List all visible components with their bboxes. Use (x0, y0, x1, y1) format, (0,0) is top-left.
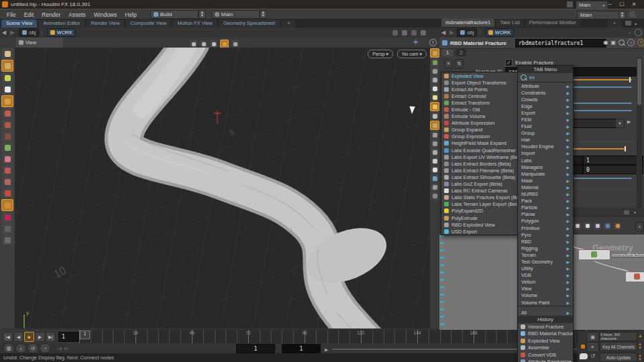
node-partial[interactable] (625, 272, 644, 282)
desktop-grid-icon[interactable] (567, 1, 573, 7)
stop-button[interactable]: ■ (24, 332, 34, 342)
search-icon[interactable] (619, 40, 625, 46)
audio-icon[interactable]: ♪ (15, 343, 26, 353)
history-item-convert-vdb[interactable]: Convert VDB (518, 351, 573, 359)
pane-tab-performance-monitor[interactable]: Performance Monitor (525, 19, 580, 27)
vec1-cell-2[interactable]: 1 (583, 156, 643, 165)
tab-render-view[interactable]: Render View (87, 19, 125, 27)
node-voronoifracture[interactable] (578, 249, 610, 260)
lock-handle-icon[interactable] (431, 67, 439, 75)
build-spinner[interactable]: ▲▼ (199, 10, 206, 19)
tool-menu-item-polyexpand2d[interactable]: PolyExpand2D (441, 208, 521, 215)
misc-view-icon[interactable] (431, 183, 439, 191)
param-updown-button[interactable]: ⇅ (455, 59, 464, 68)
loop-icon[interactable]: ↺ (28, 343, 38, 353)
tab-category-export[interactable]: Export▶ (518, 109, 573, 116)
point-icon[interactable] (431, 112, 439, 120)
path-root-chip[interactable]: obj (19, 28, 39, 37)
tab-category-rbd[interactable]: RBD▶ (518, 238, 573, 245)
go-start-button[interactable]: |◀ (3, 332, 13, 342)
pane-max-icon[interactable] (625, 21, 631, 25)
mask-icon[interactable] (430, 121, 439, 130)
flipbook-icon[interactable]: ▥ (3, 343, 14, 353)
auto-update-select[interactable]: Auto-Update (600, 353, 637, 362)
history-item-attribute-randomize[interactable]: Attribute Randomize (518, 359, 573, 362)
param-nav-back-icon[interactable]: ◀ (439, 29, 447, 36)
net-add-icon[interactable]: + (635, 222, 644, 231)
tool-menu-item-group-expand[interactable]: Group Expand (441, 127, 521, 133)
add-pane-tab-button[interactable]: + (607, 19, 622, 27)
tool-menu-item-extrude-volume[interactable]: Extrude Volume (441, 113, 521, 120)
pane-menu-icon[interactable]: ▾ (635, 21, 637, 26)
pen-icon[interactable] (431, 166, 439, 174)
tab-category-manipulate[interactable]: Manipulate▶ (518, 170, 573, 177)
tool-menu-item-labs-export-uv-wireframe-beta-[interactable]: Labs Export UV Wireframe (Beta) (441, 154, 521, 160)
close-button[interactable]: ✕ (629, 1, 639, 7)
pointer-icon[interactable] (2, 84, 13, 95)
tab-scene-view[interactable]: Scene View (1, 19, 37, 27)
misc-icon[interactable] (2, 235, 13, 245)
help-icon[interactable]: ? (637, 39, 644, 46)
gizmo-icon[interactable]: ✛ (413, 39, 419, 46)
tool-menu-item-extrude-old[interactable]: Extrude - Old (441, 106, 521, 113)
rotate-tool-icon[interactable] (2, 72, 13, 83)
prev-frame-button[interactable]: ◀ (13, 332, 23, 342)
info-icon[interactable]: i (627, 39, 635, 46)
pane-layout-icon[interactable] (629, 11, 635, 17)
tab-category-view[interactable]: View▶ (518, 286, 573, 292)
tab-category-test-geometry[interactable]: Test Geometry▶ (518, 258, 573, 265)
message-bubble-icon[interactable] (580, 353, 588, 359)
corner-icon[interactable] (431, 192, 439, 200)
keyframe-dot-icon[interactable] (581, 345, 585, 349)
tab-menu-search[interactable]: ex (518, 73, 573, 82)
tool-menu-item-exploded-view[interactable]: Exploded View (441, 72, 521, 79)
menu-file[interactable]: File (3, 11, 20, 18)
tab-category-nurbs[interactable]: NURBS▶ (518, 191, 573, 198)
tab-category-labs[interactable]: Labs▶ (518, 157, 573, 164)
tab-category-polygon[interactable]: Polygon▶ (518, 218, 573, 225)
node-input-dot[interactable] (603, 248, 605, 250)
tool-menu-item-labs-terrain-layer-export-beta-[interactable]: Labs Terrain Layer Export (Beta) (441, 201, 521, 208)
tab-geometry-spreadsheet[interactable]: Geometry Spreadsheet (219, 19, 280, 27)
hair-icon[interactable] (2, 176, 13, 187)
wire-icon[interactable] (431, 131, 439, 139)
param-tab-1[interactable]: 1 (442, 49, 453, 56)
tab-category-import[interactable]: Import▶ (518, 150, 573, 157)
tab-category-attribute[interactable]: Attribute▶ (518, 82, 573, 89)
play-button[interactable]: ▶ (35, 332, 45, 342)
slider-handle-1[interactable] (629, 77, 631, 82)
net-max-icon[interactable] (624, 210, 629, 215)
grid-snap-icon[interactable] (431, 58, 439, 66)
pane-tab-take-list[interactable]: Take List (496, 19, 524, 27)
enable-fracture-checkbox[interactable]: ✓ (505, 59, 513, 66)
param-path-root[interactable]: obj (457, 28, 477, 37)
tab-category-fluid[interactable]: Fluid▶ (518, 123, 573, 130)
recook-icon[interactable]: ↺ (590, 353, 596, 359)
tool-menu-item-heightfield-mask-expand[interactable]: HeightField Mask Expand (441, 140, 521, 147)
pin-view-icon[interactable] (231, 40, 239, 48)
tool-menu-item-labs-extract-silhouette-beta-[interactable]: Labs Extract Silhouette (Beta) (441, 174, 521, 180)
tab-composite-view[interactable]: Composite View (125, 19, 171, 27)
tab-category-vdb[interactable]: VDB▶ (518, 272, 573, 279)
tab-category-crowds[interactable]: Crowds▶ (518, 96, 573, 103)
slider-handle-5[interactable] (625, 146, 626, 152)
tool-menu-item-labs-static-fracture-export-beta-[interactable]: Labs Static Fracture Export (Beta) (441, 194, 521, 201)
go-end-button[interactable]: ▶| (46, 332, 56, 342)
path-node-chip[interactable]: WORK (47, 28, 76, 37)
build-desktop-combo[interactable]: Build (150, 10, 199, 19)
maximize-pane-icon[interactable] (421, 30, 426, 36)
range-slider-handle[interactable]: ▶ (325, 347, 328, 353)
menu-help[interactable]: Help (121, 11, 140, 18)
net-menu-icon[interactable]: ▾ (634, 210, 636, 215)
net-burger-icon[interactable] (614, 223, 621, 230)
pyro-icon[interactable] (2, 212, 13, 223)
fluid-icon[interactable] (2, 188, 13, 198)
nav-forward-icon[interactable]: ▶ (8, 29, 16, 36)
dropdown-arrow-icon[interactable]: ▾ (615, 119, 625, 128)
realtime-icon[interactable]: ◔ (40, 343, 50, 353)
minimize-button[interactable]: ─ (605, 1, 614, 7)
range-start-field[interactable]: 1 (236, 344, 275, 353)
pin-icon[interactable] (402, 30, 407, 36)
dopesheet-icon[interactable]: ▦ (586, 332, 599, 342)
tab-category-rigging[interactable]: Rigging▶ (518, 245, 573, 251)
